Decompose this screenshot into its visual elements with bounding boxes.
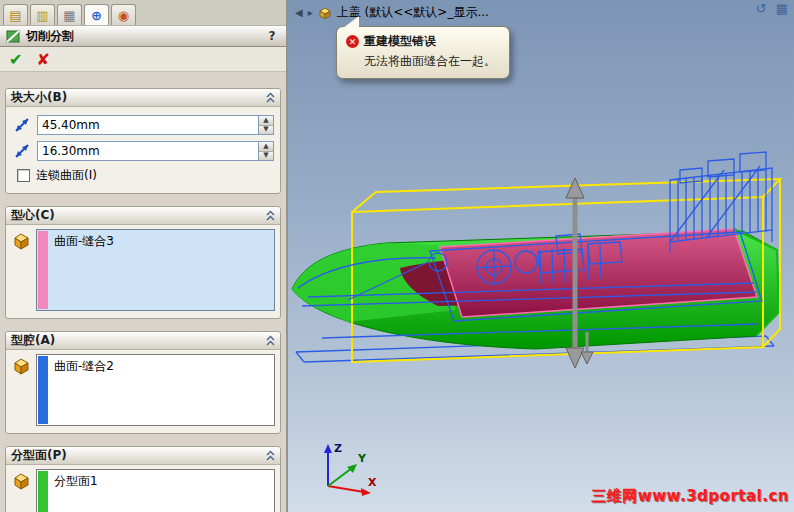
dimension-direction1-icon bbox=[12, 115, 32, 135]
depth2-input[interactable] bbox=[38, 142, 258, 160]
svg-text:X: X bbox=[368, 476, 377, 489]
watermark: 三维网www.3dportal.cn bbox=[591, 487, 789, 506]
display-manager-tab[interactable]: ◉ bbox=[111, 4, 136, 25]
section-core: 型心(C) 曲面-缝合3 bbox=[5, 206, 281, 319]
core-header[interactable]: 型心(C) bbox=[6, 207, 280, 225]
ok-button[interactable]: ✔ bbox=[9, 50, 22, 69]
cavity-label: 型腔(A) bbox=[11, 332, 55, 349]
parting-item[interactable]: 分型面1 bbox=[48, 471, 104, 512]
block-size-header[interactable]: 块大小(B) bbox=[6, 89, 280, 107]
collapse-chevron-icon[interactable] bbox=[266, 450, 275, 461]
view-tools: ↺ ▦ bbox=[756, 1, 788, 16]
feature-titlebar: 切削分割 ? bbox=[0, 26, 286, 47]
help-button[interactable]: ? bbox=[264, 29, 280, 43]
orientation-triad: Z X Y bbox=[310, 438, 384, 500]
block-size-content: ▲ ▼ bbox=[6, 107, 280, 193]
rebuild-error-balloon: ✕ 重建模型错误 无法将曲面缝合在一起。 bbox=[336, 26, 510, 79]
error-title-row: ✕ 重建模型错误 bbox=[346, 33, 496, 50]
document-title: 上盖 (默认<<默认>_显示... bbox=[337, 4, 489, 21]
propertymanager-icon: ▥ bbox=[36, 8, 48, 23]
featuremanager-tab[interactable]: ▤ bbox=[3, 4, 28, 25]
svg-text:Y: Y bbox=[357, 452, 367, 465]
section-block-size: 块大小(B) bbox=[5, 88, 281, 194]
surface-body-icon bbox=[13, 472, 30, 490]
spin-up-icon[interactable]: ▲ bbox=[259, 142, 273, 151]
manager-tabs: ▤ ▥ ▦ ⊕ ◉ bbox=[0, 0, 286, 26]
interlock-label: 连锁曲面(I) bbox=[36, 167, 97, 184]
rotate-view-icon[interactable]: ↺ bbox=[756, 1, 767, 16]
cavity-item[interactable]: 曲面-缝合2 bbox=[48, 356, 120, 424]
collapse-chevron-icon[interactable] bbox=[266, 335, 275, 346]
depth1-spinner: ▲ ▼ bbox=[258, 116, 273, 134]
core-content: 曲面-缝合3 bbox=[6, 225, 280, 318]
display-manager-icon: ◉ bbox=[118, 8, 129, 23]
tooling-split-icon bbox=[6, 29, 21, 44]
feature-title: 切削分割 bbox=[26, 28, 74, 45]
dimxpert-icon: ⊕ bbox=[91, 8, 102, 23]
parting-header[interactable]: 分型面(P) bbox=[6, 447, 280, 465]
interlock-checkbox[interactable] bbox=[17, 169, 30, 182]
cavity-header[interactable]: 型腔(A) bbox=[6, 332, 280, 350]
section-parting: 分型面(P) 分型面1 bbox=[5, 446, 281, 512]
core-color-strip bbox=[38, 231, 48, 309]
flyout-collapse-icon[interactable]: ◀ bbox=[295, 7, 303, 18]
core-label: 型心(C) bbox=[11, 207, 55, 224]
parting-label: 分型面(P) bbox=[11, 447, 67, 464]
part-document-icon bbox=[318, 6, 332, 20]
core-item[interactable]: 曲面-缝合3 bbox=[48, 231, 120, 309]
depth1-input[interactable] bbox=[38, 116, 258, 134]
parting-selection-list[interactable]: 分型面1 bbox=[36, 469, 275, 512]
interlock-row: 连锁曲面(I) bbox=[17, 167, 272, 184]
featuremanager-icon: ▤ bbox=[9, 8, 21, 23]
spin-up-icon[interactable]: ▲ bbox=[259, 116, 273, 125]
core-selection-list[interactable]: 曲面-缝合3 bbox=[36, 229, 275, 311]
depth-row-1: ▲ ▼ bbox=[12, 115, 274, 135]
depth1-spinbox: ▲ ▼ bbox=[37, 115, 274, 135]
error-message: 无法将曲面缝合在一起。 bbox=[364, 53, 496, 70]
pm-body: 块大小(B) bbox=[0, 72, 286, 512]
pm-actions: ✔ ✘ bbox=[0, 47, 286, 72]
cavity-content: 曲面-缝合2 bbox=[6, 350, 280, 433]
depth2-spinner: ▲ ▼ bbox=[258, 142, 273, 160]
error-icon: ✕ bbox=[346, 35, 359, 48]
section-cavity: 型腔(A) 曲面-缝合2 bbox=[5, 331, 281, 434]
block-size-label: 块大小(B) bbox=[11, 89, 67, 106]
cavity-color-strip bbox=[38, 356, 48, 424]
cavity-selection-list[interactable]: 曲面-缝合2 bbox=[36, 354, 275, 426]
solid-body-icon bbox=[13, 232, 30, 250]
breadcrumb-arrow-icon: ▸ bbox=[308, 7, 313, 18]
svg-text:Z: Z bbox=[334, 442, 342, 455]
configuration-tab[interactable]: ▦ bbox=[57, 4, 82, 25]
depth-row-2: ▲ ▼ bbox=[12, 141, 274, 161]
collapse-chevron-icon[interactable] bbox=[266, 210, 275, 221]
spin-down-icon[interactable]: ▼ bbox=[259, 125, 273, 135]
dimension-direction2-icon bbox=[12, 141, 32, 161]
parting-content: 分型面1 bbox=[6, 465, 280, 512]
property-manager-panel: ▤ ▥ ▦ ⊕ ◉ 切削分割 ? ✔ ✘ 块大小(B) bbox=[0, 0, 288, 512]
parting-color-strip bbox=[38, 471, 48, 512]
solidworks-window: ▤ ▥ ▦ ⊕ ◉ 切削分割 ? ✔ ✘ 块大小(B) bbox=[0, 0, 794, 512]
collapse-chevron-icon[interactable] bbox=[266, 92, 275, 103]
spin-down-icon[interactable]: ▼ bbox=[259, 151, 273, 161]
propertymanager-tab[interactable]: ▥ bbox=[30, 4, 55, 25]
grid-view-icon[interactable]: ▦ bbox=[776, 1, 788, 16]
cancel-button[interactable]: ✘ bbox=[36, 50, 49, 69]
solid-body-icon bbox=[13, 357, 30, 375]
document-header: ◀ ▸ 上盖 (默认<<默认>_显示... bbox=[295, 4, 489, 21]
depth2-spinbox: ▲ ▼ bbox=[37, 141, 274, 161]
dimxpert-tab[interactable]: ⊕ bbox=[84, 4, 109, 25]
graphics-viewport[interactable]: ◀ ▸ 上盖 (默认<<默认>_显示... ↺ ▦ ✕ 重建模型错误 无法将曲面… bbox=[288, 0, 794, 512]
error-title: 重建模型错误 bbox=[364, 33, 436, 50]
configuration-icon: ▦ bbox=[63, 8, 75, 23]
